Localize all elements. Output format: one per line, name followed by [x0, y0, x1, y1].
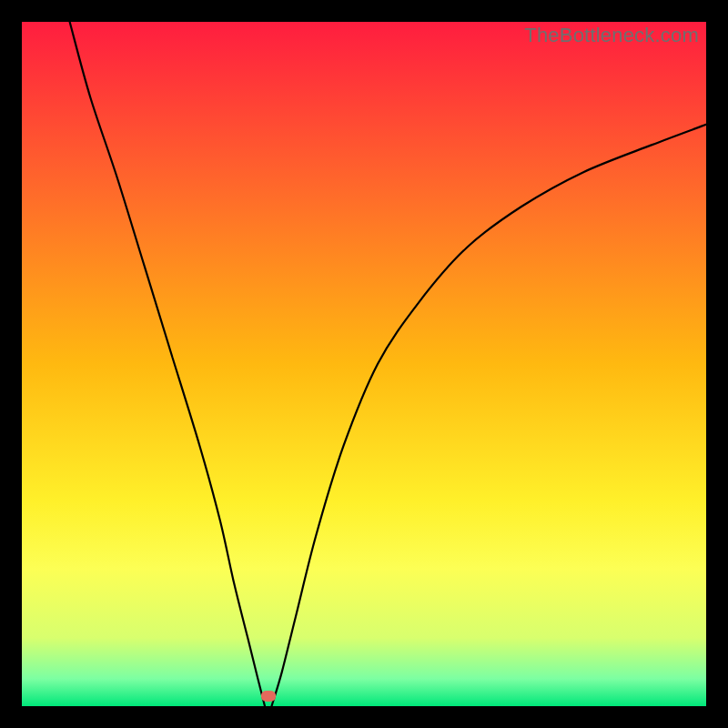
bottleneck-marker — [261, 691, 276, 702]
plot-area: TheBottleneck.com — [22, 22, 706, 706]
curve-layer — [22, 22, 706, 706]
curve-right-segment — [272, 125, 707, 706]
chart-frame: TheBottleneck.com — [0, 0, 728, 728]
watermark-text: TheBottleneck.com — [524, 24, 699, 47]
curve-left-segment — [70, 22, 265, 706]
